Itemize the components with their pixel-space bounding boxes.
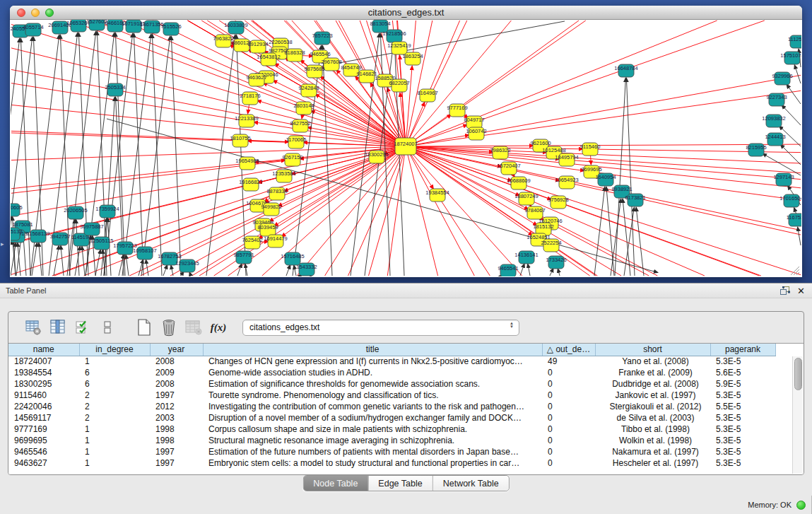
graph-node[interactable]: 7986322 — [490, 146, 510, 159]
graph-node[interactable]: 6173821 — [625, 194, 645, 206]
graph-node[interactable]: 9857791 — [233, 251, 254, 264]
graph-node[interactable]: 8878334 — [266, 187, 287, 200]
network-canvas[interactable]: 2405571405571420691406106532671527602646… — [11, 20, 801, 276]
graph-node[interactable]: 9115460 — [580, 143, 601, 156]
graph-node[interactable]: 1810755 — [230, 134, 250, 147]
graph-node[interactable]: 16914479 — [264, 235, 287, 247]
clear-selection-button[interactable] — [98, 318, 117, 337]
graph-node[interactable]: 1297143 — [773, 173, 794, 186]
table-cell[interactable]: 14569117 — [8, 412, 79, 424]
table-cell[interactable]: 2009 — [150, 367, 203, 378]
graph-node[interactable]: 16543812 — [257, 53, 280, 66]
table-cell[interactable]: 0 — [542, 367, 595, 378]
table-row[interactable]: 2242004622012Investigating the contribut… — [8, 401, 775, 412]
graph-node[interactable]: 15720407 — [497, 162, 520, 175]
graph-node[interactable]: 8215955 — [746, 144, 766, 156]
graph-node[interactable]: 19218506 — [382, 30, 406, 42]
graph-node[interactable]: 9329966 — [772, 72, 792, 85]
column-header-name[interactable]: name — [8, 344, 79, 356]
table-cell[interactable]: 5.5E-5 — [710, 401, 775, 412]
table-cell[interactable]: 6 — [79, 378, 150, 390]
graph-node[interactable]: 9463627 — [246, 74, 266, 86]
table-cell[interactable]: 0 — [542, 424, 595, 435]
table-cell[interactable]: Changes of HCN gene expression and I(f) … — [203, 356, 542, 367]
table-cell[interactable]: Corpus callosum shape and size in male p… — [203, 424, 542, 435]
graph-node[interactable]: 19654985 — [235, 157, 259, 170]
table-cell[interactable]: Dudbridge et al. (2008) — [595, 378, 710, 390]
table-cell[interactable]: 1998 — [150, 435, 203, 446]
table-cell[interactable]: 9699695 — [8, 435, 79, 446]
table-cell[interactable]: 5.3E-5 — [710, 424, 775, 435]
graph-node[interactable]: 9777169 — [447, 104, 467, 117]
graph-node[interactable]: 9465541 — [498, 264, 518, 276]
table-cell[interactable]: Embryonic stem cells: a model to study s… — [203, 457, 542, 469]
zoom-window-button[interactable] — [45, 8, 54, 17]
graph-node[interactable]: 1863254 — [402, 52, 423, 65]
graph-node[interactable]: 1640954 — [595, 173, 616, 186]
table-cell[interactable]: 5.9E-5 — [710, 378, 775, 390]
column-header-in_degree[interactable]: in_degree — [79, 344, 150, 356]
table-cell[interactable]: Yano et al. (2008) — [595, 356, 710, 367]
table-cell[interactable]: de Silva et al. (2003) — [595, 412, 710, 424]
table-cell[interactable]: 0 — [542, 412, 595, 424]
table-cell[interactable]: 1 — [79, 424, 150, 435]
function-builder-button[interactable]: f(x) — [209, 318, 228, 337]
graph-node[interactable]: 7963822 — [213, 35, 233, 47]
graph-node[interactable]: 2522254 — [541, 239, 561, 252]
table-cell[interactable]: 5.3E-5 — [710, 390, 775, 401]
table-cell[interactable]: 0 — [542, 378, 595, 390]
table-cell[interactable]: Stergiakouli et al. (2012) — [595, 401, 710, 412]
graph-node[interactable]: 12353584 — [272, 170, 295, 182]
graph-node[interactable]: 1170065 — [286, 136, 307, 148]
tab-edge-table[interactable]: Edge Table — [367, 476, 432, 491]
graph-node[interactable]: 9242848 — [298, 84, 319, 97]
column-header-title[interactable]: title — [203, 344, 542, 356]
table-cell[interactable]: Investigating the contribution of common… — [203, 401, 542, 412]
table-cell[interactable]: Estimation of significance thresholds fo… — [203, 378, 542, 390]
table-cell[interactable]: Genome-wide association studies in ADHD. — [203, 367, 542, 378]
table-cell[interactable]: 2 — [79, 390, 150, 401]
table-cell[interactable]: 6 — [79, 367, 150, 378]
table-cell[interactable]: Nakamura et al. (1997) — [595, 446, 710, 457]
graph-node[interactable]: 18724007 — [394, 138, 417, 155]
graph-node[interactable]: 8912934 — [247, 40, 268, 53]
tab-network-table[interactable]: Network Table — [433, 476, 509, 491]
graph-node[interactable]: 18807249 — [514, 192, 538, 205]
table-row[interactable]: 1872400712008Changes of HCN gene express… — [8, 356, 775, 367]
graph-node[interactable]: 19654923 — [555, 176, 578, 189]
table-cell[interactable]: 0 — [542, 446, 595, 457]
delete-rows-button[interactable] — [160, 318, 178, 337]
memory-status-icon[interactable] — [796, 501, 806, 510]
graph-node[interactable]: 7625402 — [242, 236, 262, 249]
table-cell[interactable]: 1 — [79, 446, 150, 457]
graph-node[interactable]: 12213389 — [235, 115, 258, 127]
table-cell[interactable]: 5.3E-5 — [710, 457, 775, 469]
table-cell[interactable]: 1997 — [150, 457, 203, 469]
table-cell[interactable]: 18724007 — [8, 356, 79, 367]
graph-node[interactable]: 4055714 — [23, 23, 43, 36]
table-cell[interactable]: Structural magnetic resonance image aver… — [203, 435, 542, 446]
show-columns-button[interactable] — [49, 318, 67, 337]
graph-node[interactable]: 1112534 — [788, 35, 801, 48]
graph-node[interactable]: 9756928 — [548, 196, 568, 209]
graph-node[interactable]: 16033809 — [224, 21, 247, 34]
table-cell[interactable]: 2 — [79, 401, 150, 412]
graph-node[interactable]: 8267150 — [282, 153, 302, 166]
graph-node[interactable]: 1733426 — [546, 256, 566, 269]
table-cell[interactable]: 9115460 — [8, 390, 79, 401]
graph-node[interactable]: 1167533 — [787, 214, 801, 226]
graph-node[interactable]: 1543332 — [296, 263, 317, 276]
table-cell[interactable]: Franke et al. (2009) — [595, 367, 710, 378]
graph-node[interactable]: 7515526 — [160, 23, 181, 35]
table-mode-button[interactable] — [24, 318, 42, 337]
graph-node[interactable]: 2505334 — [105, 83, 125, 96]
graph-node[interactable]: 9875685 — [304, 65, 324, 78]
graph-node[interactable]: 2718176 — [240, 92, 260, 105]
table-cell[interactable]: 18300295 — [8, 378, 79, 390]
vertical-scrollbar[interactable] — [792, 356, 803, 474]
graph-node[interactable]: 9146821 — [356, 70, 377, 83]
graph-node[interactable]: 14136141 — [514, 251, 538, 264]
column-header-short[interactable]: short — [595, 344, 710, 356]
table-row[interactable]: 1830029562008Estimation of significance … — [8, 378, 775, 390]
table-cell[interactable]: Estimation of the future numbers of pati… — [203, 446, 542, 457]
